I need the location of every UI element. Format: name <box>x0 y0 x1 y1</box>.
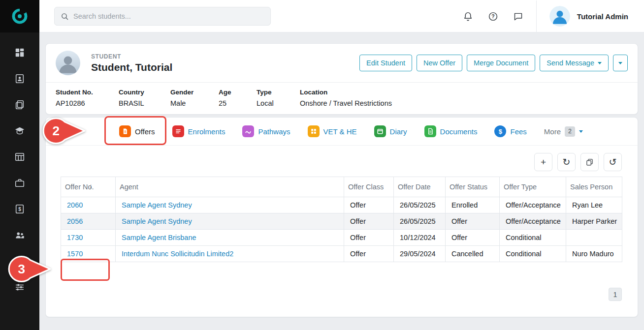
student-eyebrow-label: STUDENT <box>91 53 172 60</box>
student-actions: Edit Student New Offer Merge Document Se… <box>359 55 628 71</box>
sidebar-item-tables-icon[interactable] <box>14 151 25 162</box>
offer-type-cell: Offer/Acceptance <box>500 213 566 230</box>
header-label: Offer No. <box>65 182 88 192</box>
info-gender: Gender Male <box>170 89 219 107</box>
column-header-sales-person[interactable]: Sales Person <box>566 177 622 197</box>
sidebar: $ <box>0 0 39 330</box>
refresh-icon: ↻ <box>563 156 571 168</box>
app-root: $ ? Tutorial Admin ST <box>0 0 644 330</box>
offer-no-link[interactable]: 2060 <box>67 201 83 209</box>
student-card: STUDENT Student, Tutorial Edit Student N… <box>45 43 638 115</box>
tab-pathways-label: Pathways <box>258 127 290 136</box>
tab-diary[interactable]: Diary <box>374 125 407 137</box>
column-header-agent[interactable]: Agent <box>116 177 344 197</box>
table-header-row: Offer No.↓ Agent Offer Class Offer Date … <box>61 177 622 197</box>
add-offer-button[interactable]: + <box>534 153 552 171</box>
notifications-bell-icon[interactable] <box>463 11 473 22</box>
merge-document-button[interactable]: Merge Document <box>467 55 535 71</box>
agent-link[interactable]: Sample Agent Brisbane <box>122 234 196 241</box>
more-count-badge: 2 <box>565 126 575 137</box>
column-header-offer-type[interactable]: Offer Type <box>500 177 566 197</box>
info-value: Male <box>170 99 219 107</box>
tab-enrolments[interactable]: Enrolments <box>172 125 225 137</box>
tab-pathways[interactable]: Pathways <box>242 125 290 137</box>
tab-fees-label: Fees <box>510 127 526 136</box>
info-label: Age <box>219 89 257 96</box>
sort-descending-icon: ↓ <box>89 182 93 190</box>
refresh-button[interactable]: ↻ <box>557 153 576 171</box>
sidebar-item-contacts-icon[interactable] <box>14 73 25 84</box>
column-header-offer-date[interactable]: Offer Date <box>394 177 446 197</box>
search-input[interactable] <box>73 12 264 20</box>
chat-icon[interactable] <box>513 11 523 22</box>
offer-date-cell: 10/12/2024 <box>394 230 446 246</box>
agent-link[interactable]: Sample Agent Sydney <box>122 217 192 225</box>
offer-status-cell: Enrolled <box>446 197 500 213</box>
send-message-button[interactable]: Send Message <box>540 55 609 71</box>
info-label: Country <box>119 89 170 96</box>
column-header-offer-class[interactable]: Offer Class <box>344 177 394 197</box>
sidebar-item-finance-icon[interactable]: $ <box>14 204 25 214</box>
offer-class-cell: Offer <box>344 246 394 262</box>
fees-tab-icon: $ <box>494 125 506 137</box>
tab-fees[interactable]: $ Fees <box>494 125 526 137</box>
sidebar-item-settings-icon[interactable] <box>14 282 25 293</box>
sidebar-item-users-icon[interactable] <box>14 230 25 240</box>
student-header: STUDENT Student, Tutorial Edit Student N… <box>46 44 638 82</box>
info-label: Student No. <box>56 89 119 96</box>
tab-vet-he[interactable]: VET & HE <box>308 125 357 137</box>
sales-person-cell: Nuro Maduro <box>566 246 622 262</box>
more-actions-dropdown-button[interactable] <box>613 55 628 71</box>
student-identity: STUDENT Student, Tutorial <box>91 53 172 73</box>
pathways-tab-icon <box>242 125 254 137</box>
offer-status-cell: Cancelled <box>446 246 500 262</box>
table-row: 2056 Sample Agent Sydney Offer 26/05/202… <box>61 213 622 230</box>
sales-person-cell: Ryan Lee <box>566 197 622 213</box>
sidebar-item-organisation-icon[interactable] <box>14 256 25 267</box>
hidden-tab-icon <box>59 125 70 137</box>
copy-button[interactable] <box>580 153 599 171</box>
help-icon[interactable]: ? <box>488 11 498 22</box>
offers-toolbar: + ↻ ↺ <box>534 153 622 171</box>
offer-no-link[interactable]: 2056 <box>67 217 83 225</box>
column-header-offer-no[interactable]: Offer No.↓ <box>61 177 116 197</box>
sidebar-item-agents-icon[interactable] <box>14 178 25 188</box>
info-location: Location Onshore / Travel Restrictions <box>300 89 392 107</box>
edit-student-button[interactable]: Edit Student <box>359 55 412 71</box>
brand-logo-icon <box>11 7 29 25</box>
chevron-down-icon <box>598 62 602 64</box>
new-offer-button[interactable]: New Offer <box>417 55 462 71</box>
info-country: Country BRASIL <box>119 89 170 107</box>
tab-offers[interactable]: Offers <box>119 125 155 137</box>
student-info-row: Student No. AP10286 Country BRASIL Gende… <box>46 82 638 114</box>
offer-no-link[interactable]: 1570 <box>67 250 83 258</box>
tab-more[interactable]: More 2 <box>544 126 583 137</box>
history-button[interactable]: ↺ <box>604 153 622 171</box>
offer-date-cell: 26/05/2025 <box>394 197 446 213</box>
sidebar-item-offers-icon[interactable] <box>14 99 25 110</box>
tab-documents[interactable]: Documents <box>424 125 478 137</box>
info-label: Location <box>300 89 392 96</box>
new-offer-label: New Offer <box>423 59 455 67</box>
chevron-down-icon <box>618 62 622 64</box>
svg-text:?: ? <box>491 13 494 19</box>
agent-link[interactable]: Sample Agent Sydney <box>122 201 192 209</box>
column-header-offer-status[interactable]: Offer Status <box>446 177 500 197</box>
user-avatar-icon <box>549 6 570 27</box>
info-value: 25 <box>219 99 257 107</box>
app-logo[interactable] <box>0 0 39 32</box>
sidebar-item-courses-icon[interactable] <box>14 125 25 136</box>
agent-link[interactable]: Interdum Nunc Sollicitudin Limited2 <box>122 250 233 258</box>
offers-panel: Offers Enrolments Pathways VET & HE Diar… <box>45 117 638 317</box>
offer-no-link[interactable]: 1730 <box>67 234 83 241</box>
plus-icon: + <box>541 157 546 168</box>
tab-partial-hidden[interactable] <box>59 125 102 137</box>
search-icon <box>61 12 69 21</box>
user-name[interactable]: Tutorial Admin <box>577 12 628 21</box>
sidebar-item-dashboard-icon[interactable] <box>14 47 25 58</box>
student-photo <box>56 51 80 75</box>
tab-more-label: More <box>544 127 561 136</box>
user-avatar[interactable] <box>549 6 570 27</box>
info-student-no: Student No. AP10286 <box>56 89 119 107</box>
pagination-page-1[interactable]: 1 <box>609 288 622 301</box>
